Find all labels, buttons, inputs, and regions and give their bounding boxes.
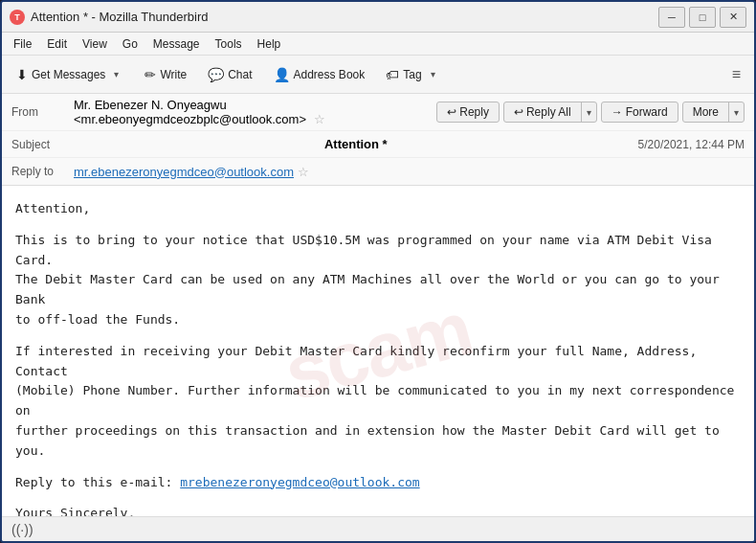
tag-dropdown-arrow[interactable]: ▾ — [426, 64, 440, 84]
window-title: Attention * - Mozilla Thunderbird — [31, 10, 658, 24]
write-button[interactable]: ✏ Write — [136, 62, 195, 87]
menu-bar: File Edit View Go Message Tools Help — [2, 33, 754, 56]
menu-go[interactable]: Go — [115, 35, 145, 53]
subject-text: Attention * — [324, 137, 388, 151]
body-paragraph-2: This is to bring to your notice that USD… — [15, 231, 741, 330]
reply-button[interactable]: ↩ Reply — [436, 102, 500, 123]
reply-all-main[interactable]: ↩ Reply All — [504, 102, 582, 122]
reply-all-button-split: ↩ Reply All ▾ — [503, 102, 597, 123]
forward-button[interactable]: → Forward — [601, 102, 678, 123]
reply-to-email[interactable]: mr.ebenezeronyegmdceo@outlook.com — [74, 165, 294, 179]
reply-all-icon: ↩ — [514, 105, 523, 119]
chat-icon: 💬 — [208, 67, 224, 82]
forward-icon: → — [611, 105, 623, 119]
connection-icon: ((·)) — [11, 522, 33, 537]
toolbar: ⬇ Get Messages ▾ ✏ Write 💬 Chat 👤 Addres… — [2, 56, 754, 94]
reply-to-label: Reply to — [11, 165, 74, 178]
tag-icon: 🏷 — [386, 67, 399, 82]
address-book-icon: 👤 — [274, 67, 290, 82]
subject-label: Subject — [11, 138, 74, 151]
write-icon: ✏ — [145, 67, 156, 82]
from-label: From — [11, 105, 74, 119]
title-bar: T Attention * - Mozilla Thunderbird ─ □ … — [2, 2, 754, 33]
menu-message[interactable]: Message — [145, 35, 208, 53]
window-controls: ─ □ ✕ — [658, 7, 746, 28]
status-bar: ((·)) — [2, 516, 754, 541]
menu-help[interactable]: Help — [250, 35, 289, 53]
maximize-button[interactable]: □ — [689, 7, 716, 28]
reply-to-star-icon[interactable]: ☆ — [298, 165, 309, 179]
more-arrow[interactable]: ▾ — [729, 104, 744, 121]
more-button-split: More ▾ — [682, 102, 745, 123]
minimize-button[interactable]: ─ — [658, 7, 685, 28]
menu-tools[interactable]: Tools — [208, 35, 250, 53]
from-star-icon[interactable]: ☆ — [314, 112, 325, 126]
toolbar-menu-button[interactable]: ≡ — [724, 62, 748, 87]
get-messages-button[interactable]: ⬇ Get Messages ▾ — [8, 59, 132, 89]
app-icon: T — [10, 10, 25, 25]
close-button[interactable]: ✕ — [720, 7, 746, 28]
email-body: scam Attention, This is to bring to your… — [2, 186, 754, 516]
menu-edit[interactable]: Edit — [39, 35, 75, 53]
body-paragraph-5: Yours Sincerely, Mr. Ebenezer N. Onyeagw… — [15, 504, 741, 516]
from-value: Mr. Ebenezer N. Onyeagwu <mr.ebeonyegmdc… — [74, 98, 436, 126]
reply-icon: ↩ — [447, 105, 456, 119]
subject-row: Subject Attention * 5/20/2021, 12:44 PM — [2, 131, 754, 158]
header-action-buttons: ↩ Reply ↩ Reply All ▾ → Forward — [436, 102, 745, 123]
more-main[interactable]: More — [683, 102, 729, 122]
body-paragraph-4: Reply to this e-mail: mrebenezeronyegmdc… — [15, 473, 741, 493]
chat-button[interactable]: 💬 Chat — [199, 62, 260, 87]
from-row: From Mr. Ebenezer N. Onyeagwu <mr.ebeony… — [2, 94, 754, 131]
reply-to-row: Reply to mr.ebenezeronyegmdceo@outlook.c… — [2, 158, 754, 185]
menu-view[interactable]: View — [75, 35, 115, 53]
address-book-button[interactable]: 👤 Address Book — [265, 62, 374, 87]
email-date: 5/20/2021, 12:44 PM — [638, 138, 745, 151]
body-paragraph-1: Attention, — [15, 199, 741, 219]
main-window: T Attention * - Mozilla Thunderbird ─ □ … — [0, 0, 756, 543]
email-header: From Mr. Ebenezer N. Onyeagwu <mr.ebeony… — [2, 94, 754, 186]
body-paragraph-3: If interested in receiving your Debit Ma… — [15, 342, 741, 462]
get-messages-icon: ⬇ — [16, 67, 28, 82]
reply-all-arrow[interactable]: ▾ — [582, 104, 596, 121]
menu-file[interactable]: File — [6, 35, 39, 53]
get-messages-dropdown-arrow[interactable]: ▾ — [109, 64, 123, 84]
reply-email-link[interactable]: mrebenezeronyegmdceo@outlook.com — [180, 475, 419, 489]
tag-button[interactable]: 🏷 Tag ▾ — [377, 59, 448, 89]
